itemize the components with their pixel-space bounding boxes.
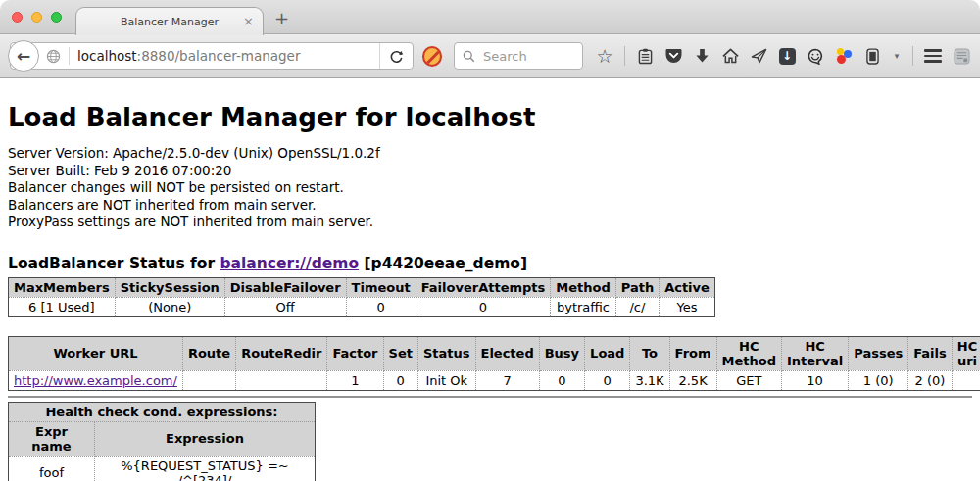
server-version-line: Server Version: Apache/2.5.0-dev (Unix) … (8, 145, 972, 163)
col-timeout: Timeout (346, 277, 416, 297)
health-title-row: Health check cond. expressions: (9, 402, 316, 421)
search-input[interactable] (481, 48, 574, 65)
reload-icon (389, 49, 404, 64)
pocket-icon[interactable] (664, 45, 682, 67)
window-close-button[interactable] (12, 12, 23, 23)
url-text[interactable]: localhost:8880/balancer-manager (77, 48, 379, 64)
health-header-row: Expr name Expression (9, 421, 316, 456)
cell-disablefailover: Off (224, 297, 346, 316)
cell-expression-foof: %{REQUEST_STATUS} =~ /^[234]/ (95, 456, 316, 481)
chat-smiley-icon[interactable] (807, 45, 824, 67)
tab-close-icon[interactable]: × (243, 15, 254, 27)
reload-button[interactable] (379, 43, 413, 69)
downloads-icon[interactable] (693, 45, 710, 67)
horizontal-rule (8, 396, 972, 398)
cell-passes: 1 (0) (849, 370, 908, 390)
col-expr-name: Expr name (9, 421, 95, 456)
cell-maxmembers: 6 [1 Used] (9, 297, 116, 316)
urlbar-divider (69, 47, 70, 65)
navigation-toolbar: ← localhost:8880/balancer-manager (0, 34, 980, 78)
col-route: Route (182, 336, 235, 370)
heading-prefix: LoadBalancer Status for (8, 255, 220, 272)
toolbar-icons: ☆ (596, 45, 970, 67)
heading-suffix: [p4420eeae_demo] (359, 255, 527, 272)
back-icon: ← (17, 46, 30, 66)
toolbar-separator (624, 46, 625, 66)
col-to: To (630, 336, 669, 370)
dropdown-caret-icon[interactable]: ▾ (892, 45, 902, 67)
window-controls (12, 12, 62, 23)
col-fails: Fails (908, 336, 953, 370)
loadbalancer-status-heading: LoadBalancer Status for balancer://demo … (8, 255, 972, 272)
color-dots-icon[interactable] (835, 45, 853, 67)
col-failoverattempts: FailoverAttempts (416, 277, 551, 297)
cell-path: /c/ (615, 297, 659, 316)
url-path: :8880/balancer-manager (137, 48, 301, 64)
col-factor: Factor (327, 336, 383, 370)
worker-url-link[interactable]: http://www.example.com/ (14, 373, 177, 388)
reading-list-icon[interactable] (636, 45, 654, 67)
col-method: Method (551, 277, 615, 297)
col-path: Path (615, 277, 659, 297)
page-title: Load Balancer Manager for localhost (8, 103, 972, 132)
tracking-blocked-icon[interactable] (422, 46, 442, 67)
cell-routeredir (236, 370, 327, 390)
col-from: From (669, 336, 716, 370)
col-hc-uri: HC uri (952, 336, 980, 370)
cell-route (182, 370, 235, 390)
search-icon (463, 50, 475, 63)
server-info: Server Version: Apache/2.5.0-dev (Unix) … (8, 145, 972, 231)
cell-busy: 0 (539, 370, 584, 390)
window-minimize-button[interactable] (31, 12, 42, 23)
cell-active: Yes (660, 297, 715, 316)
menu-hamburger-icon[interactable] (924, 45, 942, 67)
col-routeredir: RouteRedir (236, 336, 327, 370)
health-table-title: Health check cond. expressions: (9, 402, 316, 421)
video-downloader-icon[interactable]: ↓ (778, 45, 796, 67)
bookmark-star-icon[interactable]: ☆ (596, 45, 613, 67)
health-check-table: Health check cond. expressions: Expr nam… (8, 402, 316, 481)
titlebar: Balancer Manager × + (0, 0, 980, 34)
col-stickysession: StickySession (115, 277, 224, 297)
extension-grid-icon[interactable] (953, 45, 970, 67)
globe-icon (46, 49, 61, 64)
cell-expr-name-foof: foof (9, 456, 95, 481)
col-set: Set (383, 336, 417, 370)
worker-header-row: Worker URL Route RouteRedir Factor Set S… (9, 336, 980, 370)
inherit-note-line: Balancers are NOT inherited from main se… (8, 197, 972, 215)
cell-timeout: 0 (346, 297, 416, 316)
cell-fails: 2 (0) (908, 370, 953, 390)
home-icon[interactable] (721, 45, 739, 67)
cell-elected: 7 (475, 370, 539, 390)
new-tab-button[interactable]: + (274, 8, 289, 28)
cell-status: Init Ok (417, 370, 475, 390)
col-disablefailover: DisableFailover (224, 277, 346, 297)
col-passes: Passes (849, 336, 908, 370)
window-zoom-button[interactable] (51, 12, 62, 23)
balancer-demo-link[interactable]: balancer://demo (220, 255, 359, 272)
col-worker-url: Worker URL (9, 336, 183, 370)
cell-failoverattempts: 0 (416, 297, 551, 316)
balancer-data-row: 6 [1 Used] (None) Off 0 0 bytraffic /c/ … (9, 297, 715, 316)
health-data-row: foof %{REQUEST_STATUS} =~ /^[234]/ (9, 456, 316, 481)
back-button[interactable]: ← (8, 40, 39, 72)
balancer-header-row: MaxMembers StickySession DisableFailover… (9, 277, 715, 297)
proxypass-note-line: ProxyPass settings are NOT inherited fro… (8, 214, 972, 231)
browser-window: Balancer Manager × + ← localhost:8880/ba… (0, 0, 980, 481)
col-load: Load (585, 336, 630, 370)
col-status: Status (417, 336, 475, 370)
url-bar[interactable]: ← localhost:8880/balancer-manager (10, 42, 414, 70)
cell-hc-interval: 10 (781, 370, 848, 390)
col-active: Active (660, 277, 715, 297)
container-icon[interactable] (863, 45, 881, 67)
cell-hc-uri (952, 370, 980, 390)
cell-from: 2.5K (669, 370, 716, 390)
send-plane-icon[interactable] (750, 45, 767, 67)
persist-note-line: Balancer changes will NOT be persisted o… (8, 179, 972, 197)
search-box[interactable] (454, 42, 583, 70)
worker-table: Worker URL Route RouteRedir Factor Set S… (8, 336, 980, 391)
col-hc-method: HC Method (716, 336, 781, 370)
cell-factor: 1 (327, 370, 383, 390)
cell-load: 0 (585, 370, 630, 390)
tab-balancer-manager[interactable]: Balancer Manager × (75, 7, 264, 35)
